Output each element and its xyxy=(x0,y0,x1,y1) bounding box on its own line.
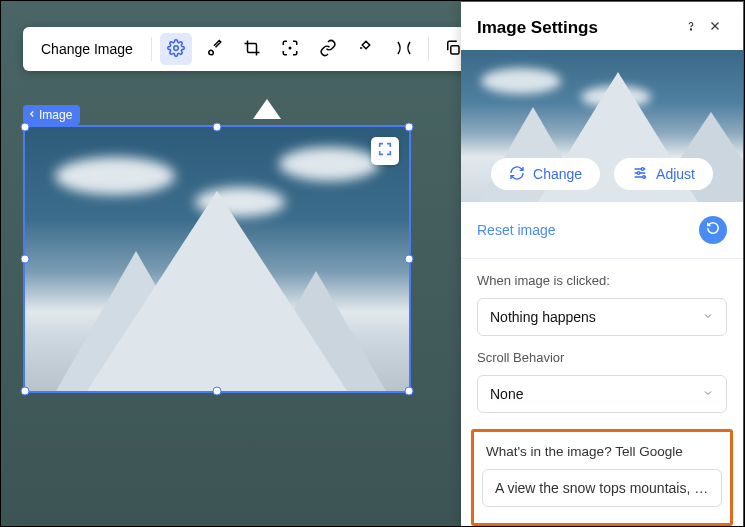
breadcrumb-label: Image xyxy=(39,108,72,122)
change-button[interactable]: Change xyxy=(491,158,600,190)
chevron-left-icon xyxy=(27,108,37,122)
svg-point-4 xyxy=(641,167,644,170)
svg-point-3 xyxy=(690,29,691,30)
click-behavior-section: When image is clicked: Nothing happens xyxy=(461,259,743,336)
close-panel-button[interactable] xyxy=(703,16,727,40)
expand-icon xyxy=(377,141,393,161)
breadcrumb[interactable]: Image xyxy=(23,105,80,125)
divider xyxy=(428,37,429,61)
svg-rect-2 xyxy=(451,45,459,53)
expand-image-button[interactable] xyxy=(371,137,399,165)
resize-handle[interactable] xyxy=(405,255,414,264)
panel-title: Image Settings xyxy=(477,18,679,38)
help-icon xyxy=(684,19,698,37)
help-button[interactable] xyxy=(679,16,703,40)
speech-pointer xyxy=(253,99,281,119)
element-toolbar: Change Image xyxy=(23,27,477,71)
sliders-icon xyxy=(632,165,648,184)
brush-button[interactable] xyxy=(198,33,230,65)
resize-handle[interactable] xyxy=(213,387,222,396)
brush-icon xyxy=(205,39,223,60)
alt-text-input[interactable] xyxy=(482,469,722,507)
adjust-button-label: Adjust xyxy=(656,166,695,182)
svg-point-0 xyxy=(174,45,179,50)
divider xyxy=(151,37,152,61)
resize-handle[interactable] xyxy=(21,387,30,396)
close-icon xyxy=(708,19,722,37)
alt-text-section: What's in the image? Tell Google xyxy=(471,429,733,526)
resize-handle[interactable] xyxy=(405,123,414,132)
animation-icon xyxy=(357,39,375,60)
resize-handle[interactable] xyxy=(21,123,30,132)
scroll-behavior-label: Scroll Behavior xyxy=(477,350,727,365)
reset-image-link[interactable]: Reset image xyxy=(477,222,699,238)
click-behavior-select[interactable]: Nothing happens xyxy=(477,298,727,336)
chevron-down-icon xyxy=(702,309,714,325)
click-behavior-label: When image is clicked: xyxy=(477,273,727,288)
change-button-label: Change xyxy=(533,166,582,182)
svg-point-1 xyxy=(289,47,291,49)
click-behavior-value: Nothing happens xyxy=(490,309,596,325)
refresh-icon xyxy=(509,165,525,184)
scroll-behavior-value: None xyxy=(490,386,523,402)
link-button[interactable] xyxy=(312,33,344,65)
focal-point-icon xyxy=(281,39,299,60)
crop-button[interactable] xyxy=(236,33,268,65)
adjust-button[interactable]: Adjust xyxy=(614,158,713,190)
image-content xyxy=(25,127,409,391)
undo-icon xyxy=(706,221,720,239)
chevron-down-icon xyxy=(702,386,714,402)
settings-button[interactable] xyxy=(160,33,192,65)
image-preview: Change Adjust xyxy=(461,50,743,202)
copy-icon xyxy=(444,39,462,60)
image-settings-panel: Image Settings Change xyxy=(461,2,743,526)
scroll-behavior-section: Scroll Behavior None xyxy=(461,336,743,413)
stretch-button[interactable] xyxy=(388,33,420,65)
panel-header: Image Settings xyxy=(461,2,743,50)
resize-handle[interactable] xyxy=(21,255,30,264)
stretch-icon xyxy=(395,39,413,60)
scroll-behavior-select[interactable]: None xyxy=(477,375,727,413)
focal-point-button[interactable] xyxy=(274,33,306,65)
revert-button[interactable] xyxy=(699,216,727,244)
gear-icon xyxy=(167,39,185,60)
animation-button[interactable] xyxy=(350,33,382,65)
crop-icon xyxy=(243,39,261,60)
svg-point-5 xyxy=(637,171,640,174)
resize-handle[interactable] xyxy=(213,123,222,132)
resize-handle[interactable] xyxy=(405,387,414,396)
alt-text-label: What's in the image? Tell Google xyxy=(482,444,722,459)
link-icon xyxy=(319,39,337,60)
image-frame[interactable] xyxy=(23,125,411,393)
change-image-button[interactable]: Change Image xyxy=(31,33,143,65)
